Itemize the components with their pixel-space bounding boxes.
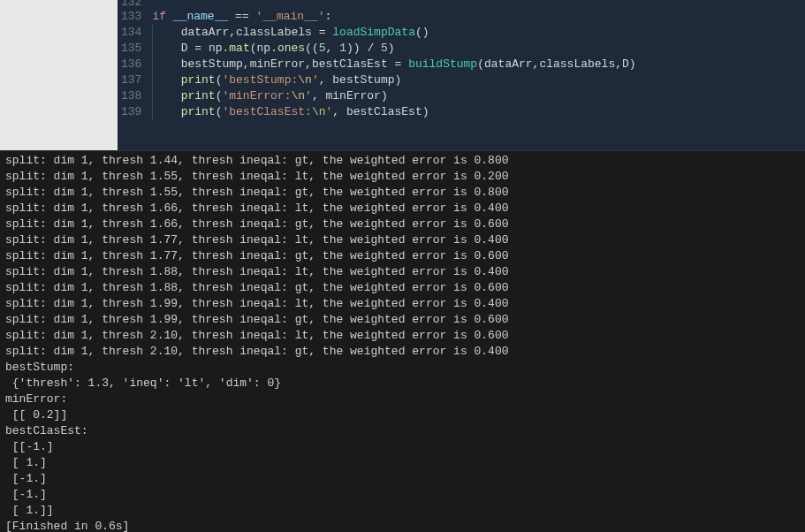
token-var: np <box>209 42 223 55</box>
token-bname: __name__ <box>173 10 228 23</box>
token-op: ( <box>250 42 257 55</box>
token-op: . <box>270 42 277 55</box>
output-line: split: dim 1, thresh 1.99, thresh ineqal… <box>5 312 800 328</box>
output-line: [ 1.]] <box>5 503 800 519</box>
token-op: (( <box>305 42 319 55</box>
line-number: 138 <box>121 88 141 104</box>
output-line: [[-1.] <box>5 439 800 455</box>
token-var: minError <box>326 89 381 103</box>
build-output-panel[interactable]: split: dim 1, thresh 1.44, thresh ineqal… <box>0 150 805 532</box>
output-line: [ 1.] <box>5 455 800 471</box>
token-num: 5 <box>319 42 326 55</box>
token-var: bestClasEst <box>346 105 422 118</box>
token-var: classLabels <box>236 26 312 39</box>
output-line: split: dim 1, thresh 1.55, thresh ineqal… <box>5 185 800 201</box>
line-number: 135 <box>121 41 141 57</box>
token-call: ones <box>277 42 305 55</box>
code-line[interactable]: if __name__ == '__main__': <box>152 9 635 25</box>
token-fn: buildStump <box>408 57 477 71</box>
token-str: 'minError: <box>222 89 291 103</box>
output-line: [-1.] <box>5 471 800 487</box>
token-var: D <box>622 57 629 71</box>
code-line[interactable]: bestStump,minError,bestClasEst = buildSt… <box>152 57 635 72</box>
token-fn: loadSimpData <box>332 26 415 39</box>
output-line: split: dim 1, thresh 1.77, thresh ineqal… <box>5 248 800 264</box>
line-number: 134 <box>121 25 141 41</box>
token-op: () <box>415 26 429 39</box>
file-sidebar <box>0 0 118 150</box>
token-var: dataArr <box>484 57 533 71</box>
token-var: classLabels <box>539 57 615 71</box>
output-line: split: dim 1, thresh 1.66, thresh ineqal… <box>5 201 800 217</box>
output-line: [[ 0.2]] <box>5 407 800 423</box>
code-area[interactable]: 132133134135136137138139 if __name__ == … <box>118 0 805 150</box>
token-esc: \n <box>298 73 312 87</box>
token-var: bestStump <box>181 57 243 71</box>
token-op: = <box>194 42 201 55</box>
token-op: , <box>305 57 312 71</box>
token-var: dataArr <box>181 26 230 39</box>
output-line: split: dim 1, thresh 1.88, thresh ineqal… <box>5 264 800 280</box>
line-number: 139 <box>121 104 141 120</box>
token-op: ) <box>381 89 388 103</box>
token-call: print <box>181 89 216 103</box>
token-var: bestStump <box>332 73 394 87</box>
output-line: split: dim 1, thresh 1.77, thresh ineqal… <box>5 232 800 248</box>
token-str: ' <box>312 73 319 87</box>
code-line[interactable]: print('bestStump:\n', bestStump) <box>152 72 635 88</box>
token-op: , <box>332 105 346 118</box>
token-op: ) <box>422 105 429 118</box>
token-op: ) <box>388 42 395 55</box>
token-esc: \n <box>291 89 305 103</box>
line-number: 132 <box>121 0 141 9</box>
token-op: / <box>367 42 381 55</box>
code-lines[interactable]: if __name__ == '__main__': dataArr,class… <box>148 0 635 150</box>
output-line: split: dim 1, thresh 1.99, thresh ineqal… <box>5 296 800 312</box>
output-line: minError: <box>5 391 800 407</box>
token-var: D <box>181 42 188 55</box>
token-op: ) <box>395 73 402 87</box>
output-line: [Finished in 0.6s] <box>5 519 800 532</box>
line-number-gutter: 132133134135136137138139 <box>118 0 148 150</box>
output-line: split: dim 1, thresh 1.66, thresh ineqal… <box>5 217 800 232</box>
line-number: 133 <box>121 9 141 25</box>
output-line: [-1.] <box>5 487 800 503</box>
token-var: np <box>257 42 271 55</box>
token-op: ( <box>477 57 484 71</box>
output-line: split: dim 1, thresh 1.55, thresh ineqal… <box>5 169 800 185</box>
token-op: ) <box>629 57 636 71</box>
token-call: mat <box>229 42 249 55</box>
output-line: split: dim 1, thresh 1.44, thresh ineqal… <box>5 153 800 169</box>
code-line[interactable]: D = np.mat(np.ones((5, 1)) / 5) <box>152 41 635 57</box>
token-op: == <box>235 10 249 23</box>
code-line[interactable]: dataArr,classLabels = loadSimpData() <box>152 25 635 41</box>
code-line[interactable]: print('minError:\n', minError) <box>152 88 635 104</box>
token-num: 5 <box>381 42 388 55</box>
token-op: , <box>229 26 236 39</box>
token-op: )) <box>346 42 367 55</box>
token-op: , <box>615 57 622 71</box>
token-var: minError <box>250 57 305 71</box>
token-op: = <box>319 26 326 39</box>
token-str: 'bestStump: <box>222 73 298 87</box>
code-line[interactable] <box>152 0 635 9</box>
token-op: , <box>243 57 250 71</box>
token-op: , <box>319 73 333 87</box>
token-op: : <box>325 10 332 23</box>
token-kw: if <box>152 10 166 23</box>
token-op: = <box>395 57 402 71</box>
token-op: , <box>326 42 340 55</box>
token-str: '__main__' <box>255 10 324 23</box>
editor-pane: 132133134135136137138139 if __name__ == … <box>0 0 805 150</box>
line-number: 137 <box>121 72 141 88</box>
token-var: bestClasEst <box>312 57 388 71</box>
token-str: ' <box>305 89 312 103</box>
token-op: , <box>312 89 326 103</box>
line-number: 136 <box>121 57 141 72</box>
output-line: split: dim 1, thresh 1.88, thresh ineqal… <box>5 280 800 296</box>
token-num: 1 <box>339 42 346 55</box>
token-call: print <box>181 105 216 118</box>
code-line[interactable]: print('bestClasEst:\n', bestClasEst) <box>152 104 635 120</box>
output-line: bestClasEst: <box>5 423 800 439</box>
output-line: split: dim 1, thresh 2.10, thresh ineqal… <box>5 344 800 360</box>
